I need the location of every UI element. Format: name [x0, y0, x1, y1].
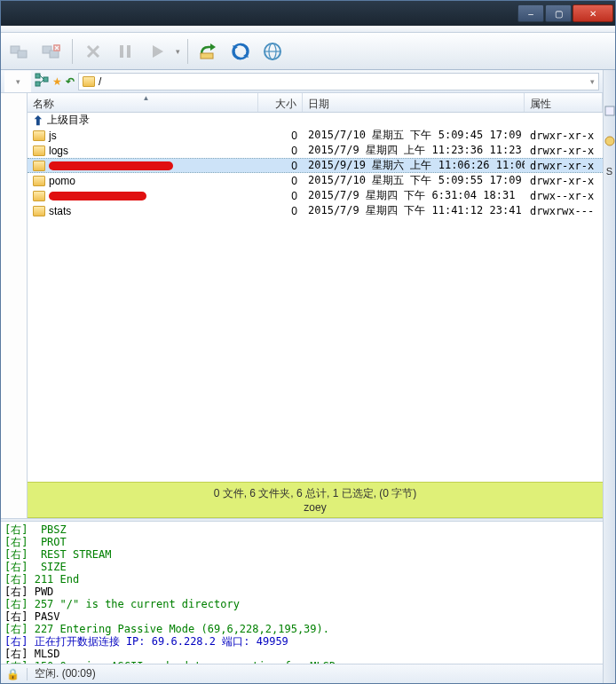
log-line: [右] 227 Entering Passive Mode (69,6,228,…: [4, 623, 599, 635]
table-row[interactable]: js02015/7/10 星期五 下午 5:09:45 17:09drwxr-x…: [28, 128, 603, 143]
folder-icon: [83, 76, 95, 87]
globe-icon[interactable]: [259, 38, 286, 65]
table-row[interactable]: pomo02015/7/10 星期五 下午 5:09:55 17:09drwxr…: [28, 173, 603, 188]
summary-bar: 0 文件, 6 文件夹, 6 总计, 1 已选定, (0 字节) zoey: [28, 482, 603, 518]
file-date: 2015/7/9 星期四 下午 11:41:12 23:41: [303, 203, 525, 218]
log-line: [右] 257 "/" is the current directory: [4, 598, 599, 610]
edge-icon-1[interactable]: [604, 106, 615, 118]
refresh-icon[interactable]: [227, 38, 254, 65]
toolbar: ▾: [1, 33, 615, 70]
file-size: 0: [258, 190, 303, 202]
path-dropdown-icon[interactable]: ▾: [590, 77, 595, 86]
file-list[interactable]: ⬆上级目录js02015/7/10 星期五 下午 5:09:45 17:09dr…: [28, 113, 603, 482]
file-attr: drwxr-xr-x: [525, 175, 603, 187]
dropdown-icon[interactable]: ▾: [16, 77, 20, 86]
svg-rect-3: [50, 51, 59, 58]
file-date: 2015/7/9 星期四 下午 6:31:04 18:31: [303, 188, 525, 203]
file-size: 0: [258, 130, 303, 142]
path-text: /: [99, 75, 101, 88]
status-text: 空闲. (00:09): [35, 666, 96, 681]
right-edge: S: [603, 70, 615, 683]
file-name: pomo: [49, 175, 75, 187]
edge-icon-2[interactable]: [604, 136, 615, 148]
file-name: stats: [49, 205, 71, 217]
file-attr: drwxr-xr-x: [525, 130, 603, 142]
path-input[interactable]: / ▾: [78, 73, 599, 90]
edge-label-s: S: [606, 166, 612, 177]
svg-point-15: [605, 137, 614, 145]
favorite-icon[interactable]: ★: [52, 75, 62, 88]
pause-icon: [112, 38, 138, 65]
file-size: 0: [258, 160, 303, 172]
folder-icon: [33, 206, 45, 216]
svg-rect-13: [43, 77, 48, 82]
disconnect-icon: [38, 38, 65, 65]
svg-rect-1: [18, 51, 27, 58]
lock-icon: 🔒: [6, 668, 20, 680]
left-gutter: [1, 93, 28, 518]
sort-asc-icon: ▲: [143, 94, 150, 102]
table-row[interactable]: stats02015/7/9 星期四 下午 11:41:12 23:41drwx…: [28, 203, 603, 218]
file-size: 0: [258, 205, 303, 217]
file-attr: drwxr-xr-x: [525, 145, 603, 157]
redacted-name: [49, 192, 146, 200]
address-bar: ▾ ★ ↶ / ▾: [1, 70, 603, 93]
tree-icon[interactable]: [35, 73, 49, 90]
table-row[interactable]: logs02015/7/9 星期四 上午 11:23:36 11:23drwxr…: [28, 143, 603, 158]
connect-icon: [6, 38, 33, 65]
titlebar: – ▢ ✕: [1, 1, 615, 26]
list-header: 名称▲ 大小 日期 属性: [28, 93, 603, 113]
folder-icon: [33, 130, 45, 141]
file-date: 2015/7/10 星期五 下午 5:09:55 17:09: [303, 173, 525, 188]
file-name: logs: [49, 145, 68, 157]
svg-rect-12: [36, 82, 40, 86]
file-attr: drwxr-xr-x: [525, 160, 603, 172]
svg-rect-6: [127, 45, 130, 58]
status-bar: 🔒 空闲. (00:09): [1, 664, 603, 683]
svg-rect-7: [201, 53, 213, 59]
col-size[interactable]: 大小: [258, 93, 303, 112]
col-attr[interactable]: 属性: [525, 93, 603, 112]
folder-icon: [33, 191, 45, 201]
file-date: 2015/7/9 星期四 上午 11:23:36 11:23: [303, 143, 525, 158]
folder-icon: [33, 176, 45, 186]
file-date: 2015/9/19 星期六 上午 11:06:26 11:06: [303, 158, 525, 173]
play-dropdown-icon[interactable]: ▾: [176, 47, 180, 56]
table-row[interactable]: ⬆上级目录: [28, 113, 603, 128]
up-arrow-icon[interactable]: ↶: [66, 75, 75, 88]
file-date: 2015/7/10 星期五 下午 5:09:45 17:09: [303, 128, 525, 143]
log-line: [右] 211 End: [4, 573, 599, 586]
svg-rect-14: [605, 106, 614, 115]
table-row[interactable]: 02015/7/9 星期四 下午 6:31:04 18:31drwx--xr-x: [28, 188, 603, 203]
log-line: [右] 正在打开数据连接 IP: 69.6.228.2 端口: 49959: [4, 635, 599, 648]
minimize-button[interactable]: –: [517, 4, 544, 22]
log-line: [右] SIZE: [4, 561, 599, 573]
file-attr: drwxrwx---: [525, 205, 603, 217]
log-panel[interactable]: [右] PBSZ[右] PROT[右] REST STREAM[右] SIZE[…: [1, 522, 603, 664]
log-line: [右] MLSD: [4, 648, 599, 660]
file-name: 上级目录: [47, 113, 90, 128]
log-line: [右] PBSZ: [4, 523, 599, 536]
table-row[interactable]: 02015/9/19 星期六 上午 11:06:26 11:06drwxr-xr…: [28, 158, 603, 173]
play-icon: [144, 38, 170, 65]
maximize-button[interactable]: ▢: [545, 4, 572, 22]
log-line: [右] REST STREAM: [4, 548, 599, 561]
redacted-name: [49, 161, 173, 170]
transfer-icon[interactable]: [195, 38, 222, 65]
file-size: 0: [258, 145, 303, 157]
log-line: [右] PASV: [4, 610, 599, 623]
log-line: [右] PROT: [4, 536, 599, 548]
close-button[interactable]: ✕: [573, 4, 613, 22]
log-line: [右] PWD: [4, 586, 599, 598]
up-icon: ⬆: [33, 114, 43, 128]
folder-icon: [33, 145, 45, 156]
file-attr: drwx--xr-x: [525, 190, 603, 202]
col-name[interactable]: 名称▲: [28, 93, 258, 112]
col-date[interactable]: 日期: [303, 93, 525, 112]
svg-rect-5: [120, 45, 123, 58]
abort-icon: [80, 38, 107, 65]
folder-icon: [33, 161, 45, 171]
file-name: js: [49, 130, 57, 142]
svg-rect-11: [36, 74, 40, 78]
file-size: 0: [258, 175, 303, 187]
